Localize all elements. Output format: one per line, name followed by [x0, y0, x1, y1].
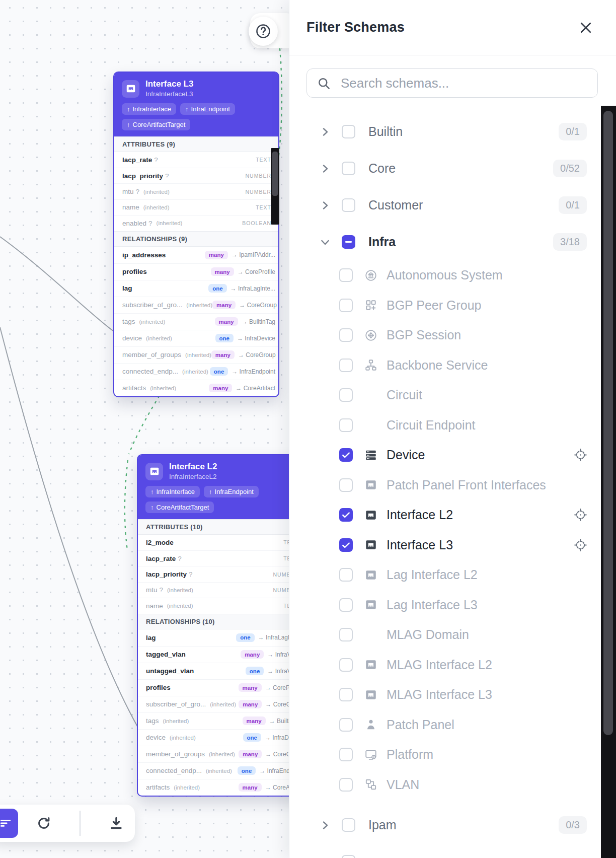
chevron-right-icon[interactable]	[319, 162, 332, 175]
schema-item-label: Patch Panel Front Interfaces	[387, 478, 546, 492]
relationship-row: tags (inherited) many → BuiltinTag	[138, 712, 306, 729]
schema-checkbox[interactable]	[339, 359, 353, 372]
filter-button[interactable]	[0, 809, 18, 838]
schema-item-label: MLAG Interface L2	[387, 658, 492, 672]
arrow-up-icon: ↑	[127, 121, 130, 128]
schema-item-row[interactable]: BGP Peer Group	[289, 291, 601, 321]
chevron-right-icon[interactable]	[319, 199, 332, 212]
schema-checkbox[interactable]	[342, 125, 355, 138]
schema-checkbox[interactable]	[339, 688, 353, 701]
relationship-row: ip_addresses many → IpamIPAddr...	[114, 247, 278, 263]
schema-item-row[interactable]: Circuit Endpoint	[289, 410, 601, 441]
crosshair-icon[interactable]	[573, 508, 588, 523]
chevron-right-icon[interactable]	[319, 125, 332, 138]
canvas-toolbar	[0, 805, 135, 842]
schema-group-row[interactable]	[289, 843, 601, 858]
schema-checkbox[interactable]	[339, 448, 353, 462]
schema-item-row[interactable]: Lag Interface L3	[289, 590, 601, 620]
schema-checkbox[interactable]	[339, 388, 353, 402]
schema-checkbox[interactable]	[339, 299, 353, 312]
arrow-up-icon: ↑	[150, 488, 154, 495]
schema-item-row[interactable]: VLAN	[289, 770, 601, 800]
relationship-row: profiles many → CoreProfile	[138, 679, 306, 696]
schema-checkbox[interactable]	[339, 658, 353, 672]
close-button[interactable]	[577, 19, 595, 37]
refresh-button[interactable]	[35, 814, 53, 832]
schema-checkbox[interactable]	[342, 855, 355, 858]
crosshair-icon[interactable]	[573, 448, 588, 463]
schema-group-row-customer[interactable]: Customer 0/1	[289, 187, 601, 224]
schema-checkbox[interactable]	[339, 328, 353, 342]
attributes-list: lacp_rate ? TEXT lacp_priority ? NUMBER …	[114, 152, 278, 231]
group-count-badge: 0/3	[559, 816, 587, 834]
relationship-row: tags (inherited) many → BuiltinTag	[114, 313, 278, 330]
schema-checkbox[interactable]	[342, 198, 355, 212]
optional-marker: ?	[154, 156, 158, 164]
relationship-name: tags	[146, 717, 159, 725]
chevron-right-icon[interactable]	[319, 819, 332, 832]
schema-item-row[interactable]: Patch Panel	[289, 710, 601, 740]
inherit-badge: ↑CoreArtifactTarget	[122, 119, 190, 130]
device-icon	[364, 448, 377, 462]
schema-checkbox[interactable]	[339, 418, 353, 432]
schema-checkbox[interactable]	[339, 478, 353, 492]
schema-item-row[interactable]: Interface L2	[289, 500, 601, 530]
chevron-right-icon[interactable]	[319, 855, 332, 858]
schema-item-row[interactable]: Circuit	[289, 380, 601, 410]
schema-group-row-builtin[interactable]: Builtin 0/1	[289, 113, 601, 150]
schema-checkbox[interactable]	[339, 718, 353, 732]
relationship-name: subscriber_of_gro...	[146, 700, 206, 708]
chevron-down-icon[interactable]	[319, 236, 332, 249]
schema-checkbox[interactable]	[342, 818, 355, 832]
panel-scrollbar-thumb[interactable]	[603, 111, 613, 735]
schema-item-label: Interface L3	[387, 538, 453, 552]
card-attributes-scrollbar[interactable]	[271, 148, 279, 225]
schema-item-row[interactable]: Backbone Service	[289, 350, 601, 381]
crosshair-icon[interactable]	[573, 537, 588, 552]
schema-checkbox[interactable]	[339, 748, 353, 761]
schema-item-row[interactable]: MLAG Interface L3	[289, 680, 601, 710]
search-input[interactable]	[340, 75, 587, 92]
schema-checkbox[interactable]	[339, 508, 353, 522]
schema-item-row[interactable]: Device	[289, 440, 601, 470]
inherited-tag: (inherited)	[167, 603, 193, 609]
schema-item-row[interactable]: Autonomous System	[289, 260, 601, 291]
schema-node-card[interactable]: Interface L2 InfraInterfaceL2 ↑InfraInte…	[137, 454, 307, 797]
schema-checkbox[interactable]	[342, 235, 355, 249]
schema-item-row[interactable]: Platform	[289, 740, 601, 770]
schema-checkbox[interactable]	[339, 598, 353, 612]
schema-item-label: Lag Interface L3	[387, 598, 478, 612]
schema-group-row-core[interactable]: Core 0/52	[289, 150, 601, 187]
schema-item-row[interactable]: Lag Interface L2	[289, 560, 601, 590]
schema-checkbox[interactable]	[339, 568, 353, 582]
attribute-name: l2_mode	[146, 539, 174, 546]
card-attributes-scrollbar-thumb[interactable]	[272, 152, 278, 196]
attribute-row: enabled ? (inherited) BOOLEAN	[114, 215, 278, 231]
schema-item-row[interactable]: Patch Panel Front Interfaces	[289, 470, 601, 500]
download-button[interactable]	[107, 814, 125, 832]
schema-checkbox[interactable]	[339, 268, 353, 282]
download-icon	[109, 816, 124, 831]
schema-node-card[interactable]: Interface L3 InfraInterfaceL3 ↑InfraInte…	[113, 72, 279, 397]
help-button[interactable]	[249, 17, 278, 46]
schema-item-row[interactable]: MLAG Interface L2	[289, 650, 601, 680]
schema-group-row-infra[interactable]: Infra 3/18	[289, 224, 601, 260]
arrow-up-icon: ↑	[185, 105, 189, 113]
optional-marker: ?	[165, 172, 169, 180]
schema-item-row[interactable]: MLAG Domain	[289, 620, 601, 650]
relationship-row: subscriber_of_gro... (inherited) many → …	[114, 297, 278, 313]
schema-item-row[interactable]: Interface L3	[289, 530, 601, 560]
schema-checkbox[interactable]	[339, 538, 353, 552]
search-box[interactable]	[306, 68, 598, 98]
patch-panel-icon	[364, 718, 377, 732]
relationship-row: artifacts (inherited) many → CoreArtifac	[138, 779, 306, 796]
schema-group-row-ipam[interactable]: Ipam 0/3	[289, 807, 601, 843]
schema-checkbox[interactable]	[339, 628, 353, 641]
schema-item-row[interactable]: BGP Session	[289, 320, 601, 350]
schema-checkbox[interactable]	[342, 162, 355, 175]
inherit-badge: ↑InfraEndpoint	[204, 486, 259, 497]
search-icon	[317, 77, 331, 90]
schema-checkbox[interactable]	[339, 778, 353, 792]
inherited-tag: (inherited)	[163, 718, 189, 724]
panel-scrollbar[interactable]	[601, 106, 616, 858]
